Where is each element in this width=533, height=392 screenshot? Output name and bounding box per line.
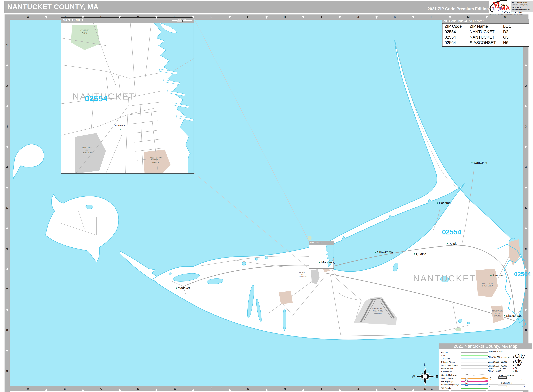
zip-col-loc: LOC: [503, 24, 512, 29]
city-dot-icon: [513, 368, 514, 369]
legend-item-exit-ramps: Exit Ramps: [441, 370, 486, 373]
legend-item-primary-streets: Primary Streets: [441, 361, 486, 364]
legend-item-secondary-streets: Secondary Streets: [441, 364, 486, 367]
legend-item-zip-code: ZIP Code: [441, 357, 486, 360]
legend-line-sample: [461, 370, 488, 373]
grid-notch: [486, 16, 488, 19]
legend-city-sample: City: [515, 359, 523, 364]
grid-notch: [229, 16, 231, 19]
scale-miles-tick-0: 0: [489, 386, 490, 388]
legend-item-label: State Highways: [441, 377, 455, 379]
scale-km-tick-0: 0: [491, 378, 491, 380]
legend-item-us-highways: US Highways123: [441, 380, 486, 383]
grid-notch: [449, 16, 451, 19]
zip-index-title: ZIP Code Index/Grid Locator: [442, 19, 529, 23]
legend-line-sample: [461, 351, 488, 354]
grid-notch: [525, 186, 527, 189]
legend-line-sample: 123: [461, 383, 488, 386]
legend-city-row: Cities 1 - 4,999City: [488, 369, 530, 372]
cemetery-label-main: PROSPECT HILL CEMETERY: [296, 272, 310, 277]
legend-line-sample: 123: [461, 373, 488, 377]
golf-club-label: NANTUCKET GOLF CLUB: [477, 282, 498, 287]
zip-index-cell: N6: [503, 40, 508, 45]
legend-item-label: Minor Streets: [441, 367, 453, 370]
legend-city-label: Cities 1 - 4,999: [488, 370, 513, 372]
legend-item-label: Secondary Streets: [441, 364, 458, 366]
map-canvas: N E S W: [0, 0, 533, 392]
zip-index-table: ZIP Code ZIP Name LOC 02554NANTUCKETD202…: [442, 23, 529, 47]
legend-cities: Cities 100,000 and AboveCityCities 50,00…: [488, 353, 530, 372]
zip-index-row: 02554NANTUCKETG5: [443, 35, 529, 40]
grid-notch: [265, 388, 268, 391]
grid-notch: [375, 388, 378, 391]
legend-city-row: Cities 100,000 and AboveCity: [488, 353, 530, 359]
grid-notch: [375, 16, 378, 19]
source-box-title: NANTUCKET: [310, 242, 322, 244]
legend-line-sample: [461, 361, 488, 364]
highway-badge-us: 123: [465, 380, 468, 383]
grid-notch: [525, 227, 527, 230]
legend-item-toll-roads: Toll Roads: [441, 387, 486, 390]
compass-w: W: [412, 375, 415, 378]
zip-index-row: 02564SIASCONSETN6: [443, 40, 529, 46]
legend-item-county-highways: County Highways123: [441, 373, 486, 377]
grid-notch: [82, 388, 84, 391]
grid-notch: [6, 146, 8, 148]
legend-city-label: Cities 5,000 - 24,999: [488, 367, 513, 369]
grid-notch: [449, 388, 451, 391]
coffin-park-label: COFFIN PARK: [76, 29, 93, 35]
grid-notch: [525, 64, 527, 67]
grid-notch: [192, 388, 194, 391]
legend-line-sample: [461, 357, 488, 360]
zip-col-code: ZIP Code: [445, 24, 462, 29]
grid-notch: [339, 16, 341, 19]
legend-line-sample: [461, 387, 488, 390]
legend-item-minor-streets: Minor Streets: [441, 367, 486, 370]
city-dot-icon: [513, 356, 514, 358]
inset-scalebar: Scale in Miles: [172, 19, 192, 21]
grid-notch: [6, 309, 8, 311]
sconset-golf-label: SIASCONSET GOLF COURSE: [489, 310, 506, 317]
legend-scale-miles: Scale in Miles 0 .5 1: [489, 382, 525, 388]
zip-index-cell: 02564: [445, 40, 456, 45]
legend-line-sample: 123: [461, 377, 488, 380]
city-dot-icon: [513, 371, 514, 372]
highway-badge-circle: 123: [465, 377, 468, 380]
grid-notch: [155, 388, 158, 391]
airport-label: NANTUCKET MEMORIAL AIRPORT: [368, 307, 388, 315]
zip-col-name: ZIP Name: [470, 24, 488, 29]
park-patch-1: [308, 236, 311, 240]
legend-city-row: Cities 25,000 - 49,999City: [488, 363, 530, 367]
hospital-label: NANTUCKET COTTAGE HOSPITAL: [147, 156, 164, 163]
legend-line-sample: 123: [461, 380, 488, 383]
legend-city-sample: City: [514, 370, 518, 372]
prospect-hill-label: PROSPECT HILL CEMETERY: [78, 147, 95, 154]
grid-notch: [6, 349, 8, 352]
legend-item-label: US Highways: [441, 380, 453, 383]
zip-index-cell: NANTUCKET: [470, 35, 495, 40]
legend-line-sample: [461, 364, 488, 367]
zip-index-cell: G5: [503, 35, 509, 40]
highway-badge-rect: 123: [465, 374, 468, 376]
zip-index-cell: 02554: [445, 35, 456, 40]
inset-town-label: Nantucket: [115, 124, 125, 127]
grid-notch: [302, 388, 304, 391]
legend-city-label: Cities 100,000 and Above: [488, 356, 513, 358]
legend-city-sample: City: [515, 363, 521, 367]
legend-item-label: Interstate Highways: [441, 383, 459, 386]
legend-item-interstate-highways: Interstate Highways123: [441, 383, 486, 386]
legend-item-state: State: [441, 354, 486, 357]
grid-notch: [6, 105, 8, 107]
inset-scale-label: Scale in Miles: [172, 19, 192, 20]
zip-label-02554-inset: 02554: [85, 94, 107, 103]
inset-town-dot: [120, 128, 121, 131]
zip-index-cell: NANTUCKET: [470, 30, 495, 34]
grid-notch: [229, 388, 231, 391]
highway-badge-interstate: 123: [465, 383, 468, 386]
legend-item-county: County: [441, 351, 486, 354]
zip-index-cell: SIASCONSET: [470, 40, 496, 45]
grid-notch: [412, 16, 415, 19]
legend-item-label: County Highways: [441, 374, 457, 376]
grid-notch: [525, 146, 527, 148]
scale-km-label: Scale in Kilometers: [491, 374, 522, 377]
